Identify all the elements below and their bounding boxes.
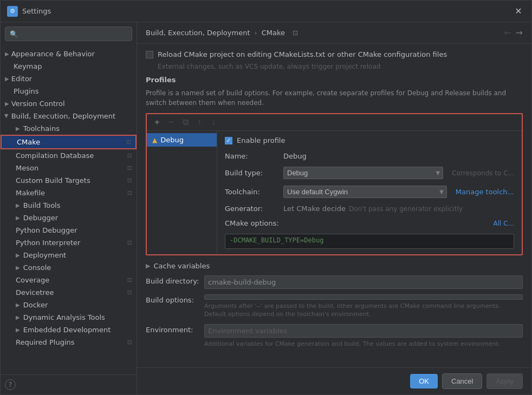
- sidebar-child-python-interpreter[interactable]: Python Interpreter ⊡: [1, 236, 137, 249]
- build-options-col: Arguments after '--' are passed to the b…: [204, 294, 523, 319]
- build-options-label: Build options:: [146, 294, 200, 304]
- sidebar-child-meson-label: Meson: [16, 164, 38, 172]
- environment-input[interactable]: Environment variables: [204, 324, 523, 338]
- sidebar-child-debugger[interactable]: ▶ Debugger: [1, 212, 137, 224]
- chevron-icon: ▶: [5, 51, 9, 57]
- sidebar-child-custom-build-targets[interactable]: Custom Build Targets ⊡: [1, 174, 137, 187]
- build-options-input[interactable]: [204, 294, 523, 300]
- sidebar-child-python-debugger[interactable]: Python Debugger: [1, 224, 137, 236]
- cmake-options-label: CMake options:: [225, 219, 279, 227]
- reload-checkbox[interactable]: [146, 51, 153, 58]
- toolchain-label: Toolchain:: [225, 188, 279, 196]
- sidebar-child-console[interactable]: ▶ Console: [1, 261, 137, 274]
- sidebar-item-editor[interactable]: ▶ Editor: [1, 73, 137, 85]
- toolchain-select[interactable]: Use default Cygwin: [283, 186, 447, 198]
- reload-option-sublabel: External changes, such as VCS update, al…: [158, 63, 523, 70]
- search-input[interactable]: [21, 30, 127, 38]
- chevron-icon: ▶: [16, 215, 20, 221]
- sidebar-child-meson[interactable]: Meson ⊡: [1, 162, 137, 174]
- chevron-icon: ▶: [16, 302, 20, 308]
- build-children: ▶ Toolchains CMake ⊡ Compilation Databas…: [1, 122, 137, 348]
- sidebar-child-required-plugins[interactable]: Required Plugins ⊡: [1, 336, 137, 348]
- generator-input: Let CMake decide Don't pass any generato…: [283, 205, 514, 213]
- sidebar-item-appearance-label: Appearance & Behavior: [11, 50, 95, 58]
- cmake-options-input[interactable]: -DCMAKE_BUILD_TYPE=Debug: [225, 234, 514, 249]
- sidebar-item-keymap[interactable]: Keymap: [1, 60, 137, 73]
- sidebar-child-build-tools[interactable]: ▶ Build Tools: [1, 199, 137, 212]
- sidebar-child-build-tools-label: Build Tools: [23, 201, 61, 209]
- expand-icon[interactable]: ▶: [146, 262, 150, 269]
- pin-icon: ⊡: [127, 177, 132, 184]
- sidebar-item-keymap-label: Keymap: [14, 62, 42, 70]
- sidebar-child-cmake[interactable]: CMake ⊡: [1, 135, 137, 149]
- sidebar-child-python-interpreter-label: Python Interpreter: [16, 239, 80, 247]
- sidebar-item-version-control[interactable]: ▶ Version Control: [1, 97, 137, 110]
- sidebar-child-devicetree[interactable]: Devicetree ⊡: [1, 286, 137, 299]
- enable-profile-checkbox[interactable]: [225, 137, 232, 144]
- generator-value: Let CMake decide: [283, 205, 346, 213]
- name-value: Debug: [283, 152, 307, 160]
- sidebar-child-deployment[interactable]: ▶ Deployment: [1, 249, 137, 261]
- footer: OK Cancel Apply: [137, 367, 531, 394]
- cancel-button[interactable]: Cancel: [442, 373, 482, 389]
- name-row: Name: Debug: [225, 152, 514, 160]
- chevron-icon: ▶: [16, 126, 20, 131]
- sidebar-child-coverage[interactable]: Coverage ⊡: [1, 274, 137, 286]
- enable-profile-row: Enable profile: [225, 136, 514, 144]
- copy-profile-button[interactable]: ⧉: [179, 116, 191, 128]
- toolchain-row: Toolchain: Use default Cygwin ▼ Manage t…: [225, 186, 514, 198]
- sidebar-child-devicetree-label: Devicetree: [16, 288, 54, 297]
- nav-forward-arrow[interactable]: →: [516, 28, 523, 38]
- app-icon: ⚙: [7, 6, 18, 17]
- sidebar-item-build-execution-deployment[interactable]: ▶ Build, Execution, Deployment: [1, 110, 137, 122]
- sidebar-child-compilation-db-label: Compilation Database: [16, 152, 94, 160]
- sidebar-child-docker[interactable]: ▶ Docker: [1, 299, 137, 311]
- sidebar-child-compilation-database[interactable]: Compilation Database ⊡: [1, 149, 137, 162]
- profile-settings: Enable profile Name: Debug Build type:: [217, 131, 522, 254]
- titlebar: ⚙ Settings ✕: [1, 1, 531, 22]
- search-box[interactable]: 🔍: [5, 27, 132, 41]
- add-profile-button[interactable]: +: [151, 116, 163, 128]
- sidebar-child-dynamic-analysis-label: Dynamic Analysis Tools: [23, 313, 105, 321]
- pin-icon: ⊡: [127, 289, 132, 296]
- build-type-select-wrap: Debug Release RelWithDebInfo MinSizeRel …: [283, 167, 443, 179]
- build-type-row: Build type: Debug Release RelWithDebInfo…: [225, 167, 514, 179]
- cache-variables-row: ▶ Cache variables: [146, 262, 523, 270]
- content-panel: Build, Execution, Deployment › CMake ⊡ ←…: [137, 22, 531, 394]
- sidebar-child-coverage-label: Coverage: [16, 276, 49, 284]
- toolchain-select-wrap: Use default Cygwin ▼: [283, 186, 447, 198]
- pin-icon: ⊡: [127, 152, 132, 159]
- close-button[interactable]: ✕: [512, 5, 525, 18]
- ok-button[interactable]: OK: [410, 374, 438, 389]
- sidebar: 🔍 ▶ Appearance & Behavior Keymap ▶ Edito…: [1, 22, 137, 394]
- profile-item-debug[interactable]: ▲ Debug: [147, 133, 217, 147]
- build-type-select[interactable]: Debug Release RelWithDebInfo MinSizeRel: [283, 167, 443, 179]
- move-down-button[interactable]: ↓: [207, 116, 219, 128]
- cmake-options-header-row: CMake options: All C...: [225, 219, 514, 227]
- build-type-label: Build type:: [225, 169, 279, 177]
- dialog-title: Settings: [22, 7, 51, 15]
- chevron-icon: ▶: [16, 202, 20, 208]
- sidebar-child-embedded[interactable]: ▶ Embedded Development: [1, 324, 137, 336]
- sidebar-item-plugins[interactable]: Plugins: [1, 85, 137, 97]
- sidebar-item-appearance[interactable]: ▶ Appearance & Behavior: [1, 48, 137, 60]
- apply-button[interactable]: Apply: [486, 373, 523, 389]
- sidebar-child-makefile[interactable]: Makefile ⊡: [1, 187, 137, 199]
- sidebar-child-toolchains[interactable]: ▶ Toolchains: [1, 122, 137, 135]
- breadcrumb-nav: ← →: [504, 28, 523, 38]
- sidebar-child-dynamic-analysis[interactable]: ▶ Dynamic Analysis Tools: [1, 311, 137, 324]
- move-up-button[interactable]: ↑: [193, 116, 205, 128]
- help-button[interactable]: ?: [5, 379, 16, 390]
- cmake-options-all-link[interactable]: All C...: [493, 220, 514, 227]
- breadcrumb-pin-icon[interactable]: ⊡: [293, 29, 298, 37]
- sidebar-bottom: ?: [1, 374, 137, 394]
- remove-profile-button[interactable]: −: [165, 116, 177, 128]
- pin-icon: ⊡: [127, 239, 132, 246]
- build-directory-input[interactable]: cmake-build-debug: [204, 275, 523, 289]
- breadcrumb-current: CMake: [262, 29, 285, 37]
- sidebar-child-makefile-label: Makefile: [16, 189, 45, 197]
- nav-back-arrow[interactable]: ←: [504, 28, 511, 38]
- manage-toolchain-link[interactable]: Manage toolch...: [456, 188, 514, 196]
- settings-dialog: ⚙ Settings ✕ 🔍 ▶ Appearance & Behavior K…: [0, 0, 532, 395]
- pin-icon: ⊡: [127, 339, 132, 346]
